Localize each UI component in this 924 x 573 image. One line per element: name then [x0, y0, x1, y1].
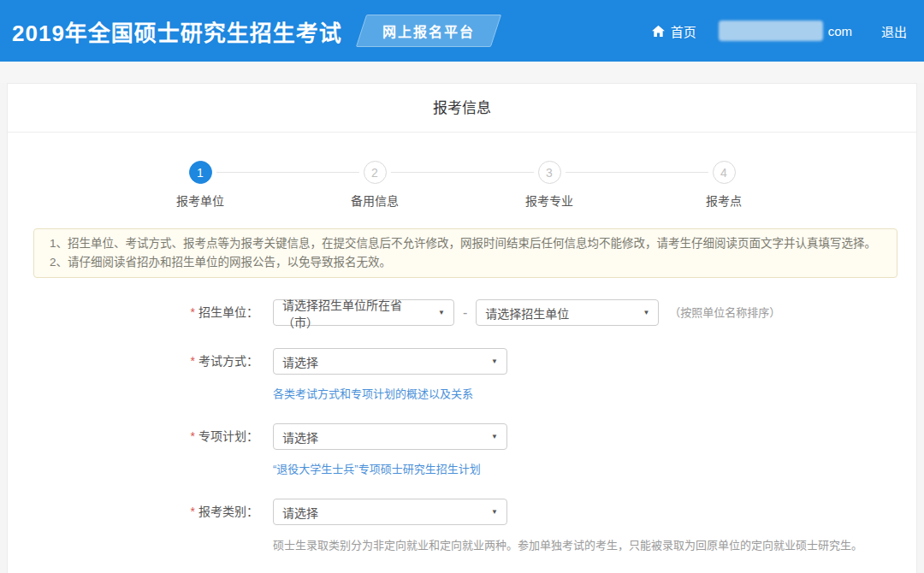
required-asterisk: * — [191, 505, 195, 518]
province-select[interactable]: 请选择招生单位所在省（市） ▼ — [273, 299, 454, 326]
step-1-label: 报考单位 — [176, 192, 224, 209]
required-asterisk: * — [191, 305, 195, 319]
special-plan-field: 请选择 ▼ “退役大学生士兵”专项硕士研究生招生计划 — [273, 423, 507, 476]
logout-link[interactable]: 退出 — [881, 22, 907, 40]
header-nav: 首页 com 退出 — [651, 21, 907, 41]
platform-badge: 网上报名平台 — [356, 15, 501, 47]
step-track — [200, 172, 724, 173]
province-select-value: 请选择招生单位所在省（市） — [282, 296, 431, 330]
dropdown-arrow-icon: ▼ — [643, 309, 649, 316]
exam-mode-select[interactable]: 请选择 ▼ — [273, 348, 507, 375]
category-select[interactable]: 请选择 ▼ — [273, 499, 507, 525]
sub-strip — [0, 62, 924, 83]
category-select-value: 请选择 — [282, 504, 318, 521]
step-2-label: 备用信息 — [351, 192, 399, 209]
home-link-label: 首页 — [671, 22, 696, 40]
dropdown-arrow-icon: ▼ — [491, 508, 498, 516]
logout-link-label: 退出 — [881, 22, 907, 40]
exam-mode-select-value: 请选择 — [282, 353, 318, 370]
home-link[interactable]: 首页 — [651, 22, 696, 40]
category-field: 请选择 ▼ 硕士生录取类别分为非定向就业和定向就业两种。参加单独考试的考生，只能… — [273, 499, 862, 552]
form-row-exam-mode: *考试方式： 请选择 ▼ 各类考试方式和专项计划的概述以及关系 — [8, 348, 916, 401]
notice-line-1: 1、招生单位、考试方式、报考点等为报考关键信息，在提交信息后不允许修改，网报时间… — [50, 234, 881, 253]
step-3-label: 报考专业 — [525, 192, 573, 209]
special-plan-label: *专项计划： — [8, 423, 273, 450]
step-1-circle: 1 — [189, 161, 212, 184]
step-2-backup-info: 2 备用信息 — [322, 161, 428, 209]
special-plan-select[interactable]: 请选择 ▼ — [273, 423, 507, 450]
application-form: *招生单位： 请选择招生单位所在省（市） ▼ - 请选择招生单位 ▼ （按照单位… — [8, 299, 916, 573]
step-3-major: 3 报考专业 — [496, 161, 602, 209]
dropdown-arrow-icon: ▼ — [491, 433, 498, 440]
form-row-category: *报考类别： 请选择 ▼ 硕士生录取类别分为非定向就业和定向就业两种。参加单独考… — [8, 499, 916, 552]
dropdown-arrow-icon: ▼ — [438, 309, 445, 316]
exam-mode-label: *考试方式： — [8, 348, 273, 375]
form-row-admission-unit: *招生单位： 请选择招生单位所在省（市） ▼ - 请选择招生单位 ▼ （按照单位… — [8, 299, 916, 326]
admission-unit-label: *招生单位： — [8, 299, 273, 326]
home-icon — [651, 24, 666, 38]
unit-sort-note: （按照单位名称排序） — [669, 299, 780, 326]
category-note: 硕士生录取类别分为非定向就业和定向就业两种。参加单独考试的考生，只能被录取为回原… — [273, 536, 862, 552]
required-asterisk: * — [191, 429, 195, 443]
step-4-exam-site: 4 报考点 — [671, 161, 777, 209]
masked-username — [719, 21, 823, 41]
notice-line-2: 2、请仔细阅读省招办和招生单位的网报公告，以免导致报名无效。 — [50, 253, 881, 272]
step-4-label: 报考点 — [706, 192, 742, 209]
category-label: *报考类别： — [8, 499, 273, 525]
site-title: 2019年全国硕士研究生招生考试 — [12, 15, 342, 47]
notice-box: 1、招生单位、考试方式、报考点等为报考关键信息，在提交信息后不允许修改，网报时间… — [33, 228, 897, 278]
select-separator: - — [463, 299, 467, 326]
step-indicator: 1 报考单位 2 备用信息 3 报考专业 4 报考点 — [147, 161, 777, 209]
exam-mode-field: 请选择 ▼ 各类考试方式和专项计划的概述以及关系 — [273, 348, 507, 401]
page-title: 报考信息 — [8, 84, 916, 133]
step-1-unit: 1 报考单位 — [147, 161, 253, 209]
admission-unit-select-value: 请选择招生单位 — [485, 304, 569, 322]
required-asterisk: * — [191, 354, 195, 368]
username-suffix: com — [828, 24, 852, 38]
step-3-circle: 3 — [538, 161, 561, 184]
step-2-circle: 2 — [364, 161, 387, 184]
form-row-special-plan: *专项计划： 请选择 ▼ “退役大学生士兵”专项硕士研究生招生计划 — [8, 423, 916, 476]
dropdown-arrow-icon: ▼ — [491, 357, 498, 365]
special-plan-select-value: 请选择 — [282, 428, 318, 446]
admission-unit-select[interactable]: 请选择招生单位 ▼ — [476, 299, 659, 326]
step-4-circle: 4 — [713, 161, 736, 184]
main-panel: 报考信息 1 报考单位 2 备用信息 3 报考专业 4 报考点 1、招生单位、考… — [7, 83, 917, 573]
top-header: 2019年全国硕士研究生招生考试 网上报名平台 首页 com 退出 — [0, 0, 924, 62]
special-plan-help-link[interactable]: “退役大学生士兵”专项硕士研究生招生计划 — [273, 463, 481, 476]
platform-badge-label: 网上报名平台 — [382, 21, 475, 41]
exam-mode-help-link[interactable]: 各类考试方式和专项计划的概述以及关系 — [273, 387, 473, 400]
